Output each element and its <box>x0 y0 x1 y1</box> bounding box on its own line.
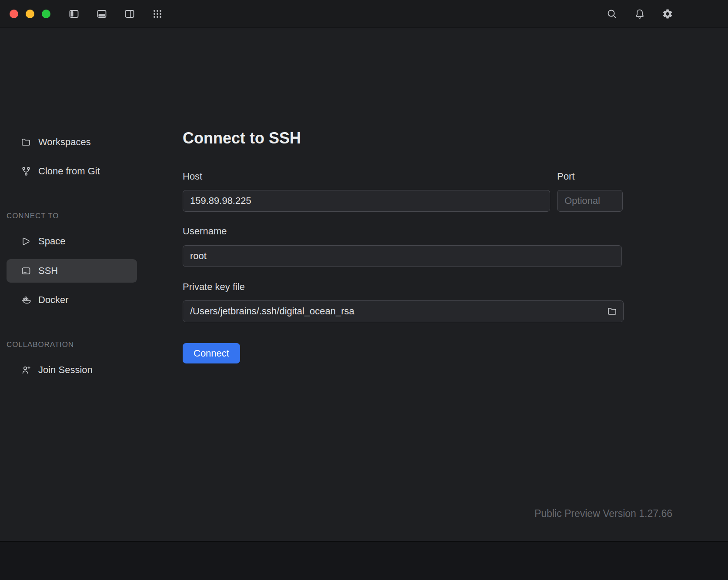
zoom-window-button[interactable] <box>42 10 50 18</box>
folder-icon <box>607 306 618 317</box>
private-key-field <box>183 300 624 322</box>
toggle-left-panel-button[interactable] <box>68 8 80 20</box>
minimize-window-button[interactable] <box>26 10 34 18</box>
host-label: Host <box>183 171 557 182</box>
host-port-inputs-row <box>183 190 728 212</box>
docker-icon <box>21 295 31 305</box>
host-port-labels-row: Host Port <box>183 171 728 182</box>
username-input[interactable] <box>183 245 622 267</box>
left-panel-icon <box>68 8 80 20</box>
apps-grid-icon <box>152 8 163 20</box>
sidebar: Workspaces Clone from Git CONNECT TO Spa… <box>0 28 148 382</box>
notifications-button[interactable] <box>634 8 645 20</box>
sidebar-item-label: Space <box>38 236 65 247</box>
sidebar-section-connect-to: CONNECT TO <box>7 212 148 220</box>
bottom-strip <box>0 541 728 580</box>
bell-icon <box>634 8 645 20</box>
folder-icon <box>21 137 31 147</box>
terminal-icon <box>21 266 31 276</box>
port-input[interactable] <box>557 190 623 212</box>
sidebar-item-label: Clone from Git <box>38 166 100 177</box>
panel-toggle-group <box>68 8 135 20</box>
sidebar-item-docker[interactable]: Docker <box>7 288 137 312</box>
sidebar-item-label: Docker <box>38 294 69 306</box>
settings-button[interactable] <box>662 8 673 20</box>
window-controls <box>10 10 50 18</box>
sidebar-item-space[interactable]: Space <box>7 230 137 253</box>
right-panel-icon <box>124 8 135 20</box>
main-content: Connect to SSH Host Port Username Privat… <box>183 28 728 363</box>
gear-icon <box>662 8 673 20</box>
apps-grid-button[interactable] <box>152 8 163 20</box>
search-icon <box>606 8 618 20</box>
sidebar-item-ssh[interactable]: SSH <box>7 259 137 283</box>
close-window-button[interactable] <box>10 10 18 18</box>
sidebar-item-label: SSH <box>38 265 58 277</box>
sidebar-item-join-session[interactable]: Join Session <box>7 358 137 382</box>
private-key-label: Private key file <box>183 282 728 292</box>
titlebar <box>0 0 728 28</box>
app-window: Workspaces Clone from Git CONNECT TO Spa… <box>0 0 728 580</box>
person-add-icon <box>21 365 31 375</box>
private-key-input[interactable] <box>183 300 624 322</box>
sidebar-item-label: Join Session <box>38 364 93 376</box>
browse-key-file-button[interactable] <box>606 305 618 317</box>
version-text: Public Preview Version 1.27.66 <box>534 508 672 520</box>
search-button[interactable] <box>606 8 618 20</box>
space-logo-icon <box>21 236 31 247</box>
sidebar-item-label: Workspaces <box>38 137 91 148</box>
toggle-right-panel-button[interactable] <box>124 8 135 20</box>
port-label: Port <box>557 171 574 182</box>
username-label: Username <box>183 226 728 237</box>
sidebar-item-clone-from-git[interactable]: Clone from Git <box>7 160 137 183</box>
titlebar-actions <box>606 8 673 20</box>
git-branch-icon <box>21 166 31 177</box>
sidebar-section-collaboration: COLLABORATION <box>7 340 148 349</box>
host-input[interactable] <box>183 190 550 212</box>
page-title: Connect to SSH <box>183 129 728 148</box>
sidebar-item-workspaces[interactable]: Workspaces <box>7 130 137 154</box>
toggle-bottom-panel-button[interactable] <box>96 8 107 20</box>
bottom-panel-icon <box>96 8 107 20</box>
connect-button[interactable]: Connect <box>183 343 240 363</box>
